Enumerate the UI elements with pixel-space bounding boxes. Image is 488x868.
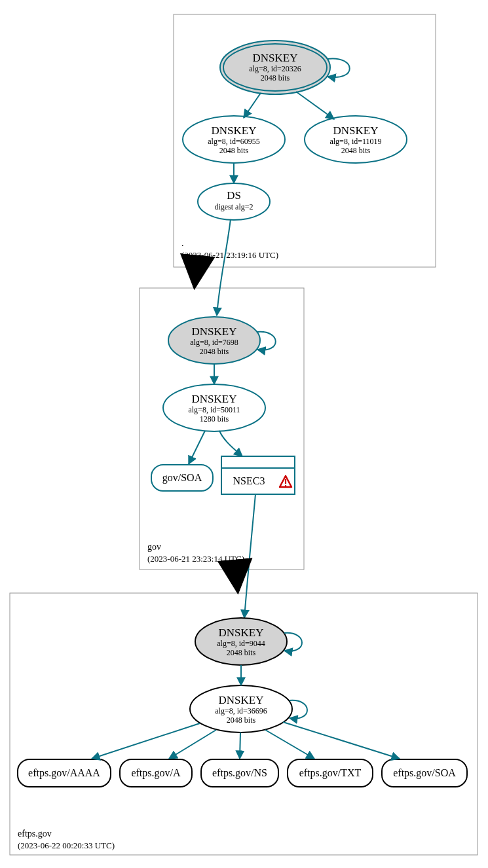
- svg-text:DNSKEY: DNSKEY: [253, 52, 298, 64]
- node-root-zsk2: DNSKEY alg=8, id=11019 2048 bits: [305, 116, 407, 163]
- node-gov-zsk: DNSKEY alg=8, id=50011 1280 bits: [163, 384, 265, 431]
- node-root-ds: DS digest alg=2: [198, 183, 270, 220]
- svg-text:eftps.gov/SOA: eftps.gov/SOA: [393, 767, 456, 779]
- edge-eftps-zsk-aaaa: [92, 723, 200, 759]
- svg-text:digest alg=2: digest alg=2: [214, 202, 253, 211]
- svg-text:alg=8, id=11019: alg=8, id=11019: [329, 137, 381, 146]
- svg-text:DS: DS: [227, 189, 241, 202]
- zone-eftps-ts: (2023-06-22 00:20:33 UTC): [18, 841, 115, 850]
- node-eftps-ns: eftps.gov/NS: [201, 759, 278, 787]
- svg-text:eftps.gov/A: eftps.gov/A: [131, 767, 181, 779]
- node-eftps-aaaa: eftps.gov/AAAA: [18, 759, 111, 787]
- edge-eftps-zsk-a: [169, 730, 216, 759]
- edge-eftps-zsk-txt: [265, 730, 314, 759]
- svg-text:alg=8, id=9044: alg=8, id=9044: [217, 639, 265, 648]
- svg-text:alg=8, id=20326: alg=8, id=20326: [249, 64, 301, 73]
- node-eftps-a: eftps.gov/A: [120, 759, 192, 787]
- node-eftps-txt: eftps.gov/TXT: [288, 759, 373, 787]
- zone-root-label: .: [181, 238, 184, 248]
- svg-text:alg=8, id=36696: alg=8, id=36696: [215, 706, 267, 715]
- node-eftps-ksk: DNSKEY alg=8, id=9044 2048 bits: [195, 618, 287, 665]
- svg-text:alg=8, id=50011: alg=8, id=50011: [188, 405, 240, 414]
- node-gov-ksk: DNSKEY alg=8, id=7698 2048 bits: [168, 317, 260, 364]
- zone-gov-label: gov: [147, 542, 161, 552]
- svg-text:DNSKEY: DNSKEY: [333, 124, 379, 137]
- svg-text:DNSKEY: DNSKEY: [192, 325, 237, 338]
- edge-gov-zsk-soa: [189, 431, 205, 464]
- svg-text:1280 bits: 1280 bits: [200, 414, 229, 424]
- svg-text:2048 bits: 2048 bits: [227, 715, 256, 725]
- svg-text:2048 bits: 2048 bits: [341, 146, 371, 155]
- svg-text:eftps.gov/TXT: eftps.gov/TXT: [299, 767, 362, 779]
- edge-eftps-zsk-soa: [283, 722, 400, 759]
- svg-text:DNSKEY: DNSKEY: [192, 393, 237, 405]
- svg-text:eftps.gov/AAAA: eftps.gov/AAAA: [28, 767, 100, 779]
- svg-text:DNSKEY: DNSKEY: [212, 124, 257, 137]
- svg-text:DNSKEY: DNSKEY: [219, 626, 264, 639]
- svg-text:DNSKEY: DNSKEY: [219, 694, 264, 706]
- svg-text:NSEC3: NSEC3: [233, 475, 265, 486]
- svg-text:eftps.gov/NS: eftps.gov/NS: [212, 767, 267, 779]
- edge-eftps-zsk-ns: [240, 732, 240, 759]
- svg-point-32: [285, 485, 286, 486]
- svg-text:2048 bits: 2048 bits: [227, 648, 256, 657]
- edge-root-ksk-self: [328, 59, 350, 77]
- svg-text:2048 bits: 2048 bits: [261, 73, 290, 82]
- zone-eftps-label: eftps.gov: [18, 829, 52, 839]
- node-eftps-zsk: DNSKEY alg=8, id=36696 2048 bits: [190, 685, 292, 732]
- edge-gov-zsk-nsec3: [219, 431, 242, 456]
- zone-root-ts: (2023-06-21 23:19:16 UTC): [181, 250, 278, 260]
- edge-nsec3-eftps-ksk: [244, 494, 255, 618]
- svg-text:alg=8, id=60955: alg=8, id=60955: [208, 137, 260, 146]
- node-root-zsk1: DNSKEY alg=8, id=60955 2048 bits: [183, 116, 285, 163]
- edge-root-ksk-zsk1: [244, 93, 261, 118]
- node-root-ksk: DNSKEY alg=8, id=20326 2048 bits: [220, 41, 330, 94]
- zone-gov-ts: (2023-06-21 23:23:14 UTC): [147, 554, 244, 564]
- edge-root-ksk-zsk2: [296, 92, 334, 119]
- edge-zone-gov-eftps: [236, 570, 238, 591]
- node-gov-soa: gov/SOA: [151, 465, 213, 491]
- svg-text:2048 bits: 2048 bits: [200, 347, 229, 356]
- svg-text:gov/SOA: gov/SOA: [162, 472, 202, 484]
- svg-text:2048 bits: 2048 bits: [219, 146, 249, 155]
- svg-rect-28: [221, 456, 295, 468]
- node-eftps-soa: eftps.gov/SOA: [382, 759, 467, 787]
- node-gov-nsec3: NSEC3: [221, 456, 295, 494]
- svg-text:alg=8, id=7698: alg=8, id=7698: [190, 338, 238, 347]
- edge-zone-root-gov: [195, 267, 197, 287]
